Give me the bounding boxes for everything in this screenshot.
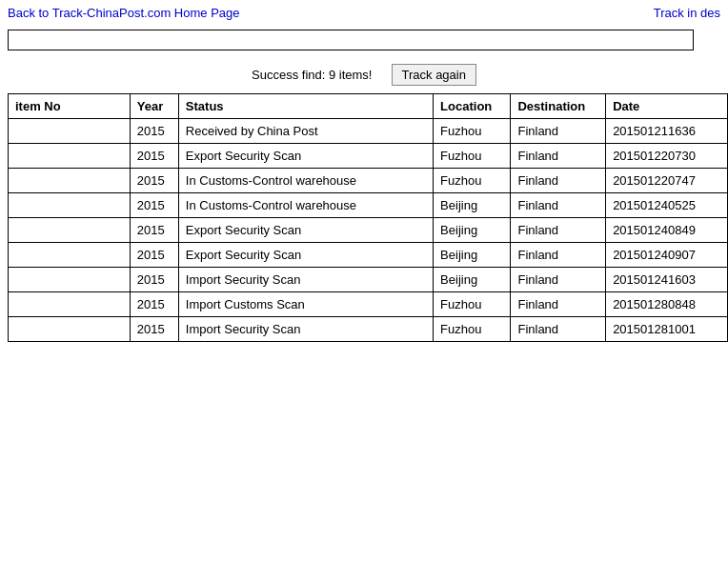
top-bar: Back to Track-ChinaPost.com Home Page Tr… xyxy=(0,0,728,26)
cell-destination: Finland xyxy=(511,144,606,169)
cell-itemno xyxy=(9,292,131,317)
cell-status: Import Security Scan xyxy=(178,268,433,292)
cell-itemno xyxy=(9,268,131,292)
col-header-itemno: item No xyxy=(9,94,131,119)
cell-date: 201501240907 xyxy=(606,243,728,268)
search-input[interactable] xyxy=(8,30,694,50)
cell-destination: Finland xyxy=(511,292,606,317)
cell-location: Fuzhou xyxy=(434,292,511,317)
cell-year: 2015 xyxy=(130,169,178,193)
cell-status: In Customs-Control warehouse xyxy=(178,193,433,218)
track-again-button[interactable]: Track again xyxy=(392,64,476,86)
cell-destination: Finland xyxy=(511,193,606,218)
table-row: 2015Import Customs ScanFuzhouFinland2015… xyxy=(9,292,728,317)
cell-date: 201501240849 xyxy=(606,218,728,243)
cell-destination: Finland xyxy=(511,268,606,292)
cell-destination: Finland xyxy=(511,317,606,342)
cell-location: Beijing xyxy=(434,268,511,292)
table-header-row: item No Year Status Location Destination… xyxy=(9,94,728,119)
cell-location: Fuzhou xyxy=(434,169,511,193)
cell-date: 201501281001 xyxy=(606,317,728,342)
cell-itemno xyxy=(9,119,131,144)
table-row: 2015Export Security ScanBeijingFinland20… xyxy=(9,243,728,268)
cell-year: 2015 xyxy=(130,119,178,144)
cell-status: Import Security Scan xyxy=(178,317,433,342)
cell-year: 2015 xyxy=(130,268,178,292)
cell-year: 2015 xyxy=(130,292,178,317)
cell-year: 2015 xyxy=(130,243,178,268)
col-header-year: Year xyxy=(130,94,178,119)
cell-status: Export Security Scan xyxy=(178,218,433,243)
table-row: 2015Import Security ScanBeijingFinland20… xyxy=(9,268,728,292)
cell-location: Fuzhou xyxy=(434,144,511,169)
col-header-destination: Destination xyxy=(511,94,606,119)
cell-itemno xyxy=(9,193,131,218)
table-row: 2015Received by China PostFuzhouFinland2… xyxy=(9,119,728,144)
table-row: 2015In Customs-Control warehouseBeijingF… xyxy=(9,193,728,218)
table-row: 2015Import Security ScanFuzhouFinland201… xyxy=(9,317,728,342)
cell-itemno xyxy=(9,218,131,243)
cell-year: 2015 xyxy=(130,144,178,169)
success-bar: Success find: 9 items! Track again xyxy=(0,58,728,93)
cell-date: 201501220747 xyxy=(606,169,728,193)
cell-location: Beijing xyxy=(434,193,511,218)
cell-status: Import Customs Scan xyxy=(178,292,433,317)
cell-year: 2015 xyxy=(130,317,178,342)
cell-location: Fuzhou xyxy=(434,317,511,342)
cell-date: 201501280848 xyxy=(606,292,728,317)
cell-destination: Finland xyxy=(511,243,606,268)
cell-status: Received by China Post xyxy=(178,119,433,144)
table-row: 2015Export Security ScanFuzhouFinland201… xyxy=(9,144,728,169)
cell-location: Fuzhou xyxy=(434,119,511,144)
cell-destination: Finland xyxy=(511,218,606,243)
cell-itemno xyxy=(9,144,131,169)
cell-itemno xyxy=(9,169,131,193)
cell-itemno xyxy=(9,243,131,268)
cell-status: Export Security Scan xyxy=(178,243,433,268)
cell-status: Export Security Scan xyxy=(178,144,433,169)
cell-location: Beijing xyxy=(434,243,511,268)
cell-destination: Finland xyxy=(511,169,606,193)
back-link[interactable]: Back to Track-ChinaPost.com Home Page xyxy=(8,6,240,20)
search-bar xyxy=(0,26,728,58)
cell-date: 201501241603 xyxy=(606,268,728,292)
cell-itemno xyxy=(9,317,131,342)
cell-destination: Finland xyxy=(511,119,606,144)
cell-date: 201501220730 xyxy=(606,144,728,169)
table-row: 2015Export Security ScanBeijingFinland20… xyxy=(9,218,728,243)
cell-date: 201501211636 xyxy=(606,119,728,144)
cell-location: Beijing xyxy=(434,218,511,243)
cell-year: 2015 xyxy=(130,218,178,243)
col-header-location: Location xyxy=(434,94,511,119)
cell-year: 2015 xyxy=(130,193,178,218)
table-row: 2015In Customs-Control warehouseFuzhouFi… xyxy=(9,169,728,193)
col-header-status: Status xyxy=(178,94,433,119)
cell-date: 201501240525 xyxy=(606,193,728,218)
cell-status: In Customs-Control warehouse xyxy=(178,169,433,193)
success-message: Success find: 9 items! xyxy=(252,68,372,82)
col-header-date: Date xyxy=(606,94,728,119)
tracking-table: item No Year Status Location Destination… xyxy=(8,93,728,342)
track-des-link[interactable]: Track in des xyxy=(654,6,720,20)
